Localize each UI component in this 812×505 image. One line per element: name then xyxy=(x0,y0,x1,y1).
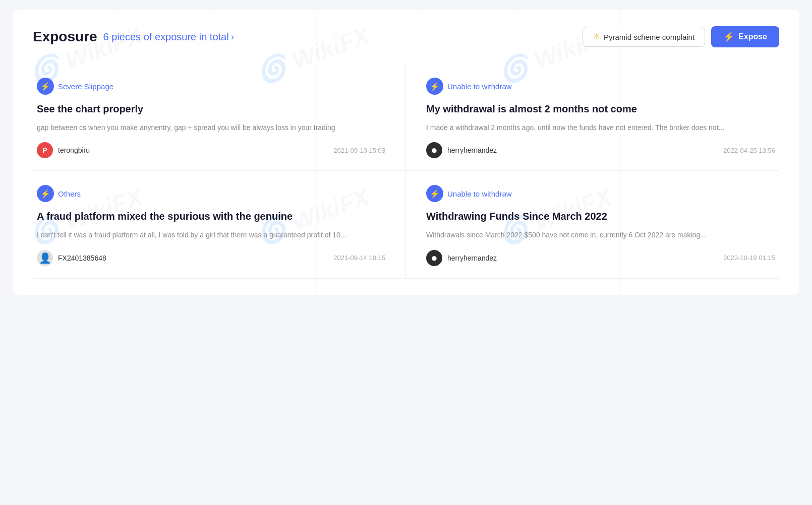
card-date-2: 2022-04-25 13:56 xyxy=(723,147,775,154)
tag-icon-4: ⚡ xyxy=(426,185,443,202)
card-tag-3: ⚡ Others xyxy=(37,185,81,202)
card-author-4: ● herryhernandez xyxy=(426,250,497,266)
card-excerpt-1: gap between cs when you make anynentry, … xyxy=(37,122,385,133)
card-excerpt-4: Withdrawals since March 2022 $500 have n… xyxy=(426,229,775,240)
tag-label-4: Unable to withdraw xyxy=(447,190,512,198)
author-name-2: herryhernandez xyxy=(447,146,497,154)
tag-icon-2: ⚡ xyxy=(426,78,443,95)
expose-icon: ⚡ xyxy=(723,31,734,42)
card-title-4: Withdrawing Funds Since March 2022 xyxy=(426,209,775,223)
card-author-3: 👤 FX2401385648 xyxy=(37,250,106,266)
card-footer-2: ● herryhernandez 2022-04-25 13:56 xyxy=(426,142,775,158)
card-footer-3: 👤 FX2401385648 2021-09-14 18:15 xyxy=(37,250,385,266)
card-footer-1: P terongbiru 2021-09-10 15:03 xyxy=(37,142,385,158)
avatar-3: 👤 xyxy=(37,250,53,266)
header-right: ⚠ Pyramid scheme complaint ⚡ Expose xyxy=(583,26,779,47)
card-title-2: My withdrawal is almost 2 months not com… xyxy=(426,102,775,116)
section-header: Exposure 6 pieces of exposure in total ›… xyxy=(33,26,779,47)
card-tag-4: ⚡ Unable to withdraw xyxy=(426,185,512,202)
card-excerpt-2: I made a withdrawal 2 months ago, until … xyxy=(426,122,775,133)
card-title-3: A fraud platform mixed the spurious with… xyxy=(37,209,385,223)
card-excerpt-3: I can't tell it was a fraud platform at … xyxy=(37,229,385,240)
section-title: Exposure xyxy=(33,29,97,45)
exposure-card-4: ⚡ Unable to withdraw Withdrawing Funds S… xyxy=(406,171,779,278)
card-tag-1: ⚡ Severe Slippage xyxy=(37,78,113,95)
card-tag-2: ⚡ Unable to withdraw xyxy=(426,78,512,95)
avatar-1: P xyxy=(37,142,53,158)
card-date-3: 2021-09-14 18:15 xyxy=(333,254,385,262)
exposure-card-2: ⚡ Unable to withdraw My withdrawal is al… xyxy=(406,64,779,171)
author-name-1: terongbiru xyxy=(58,146,90,154)
card-title-1: See the chart properly xyxy=(37,102,385,116)
tag-label-3: Others xyxy=(58,190,81,198)
exposure-count-link[interactable]: 6 pieces of exposure in total › xyxy=(103,31,234,43)
tag-label-1: Severe Slippage xyxy=(58,82,113,91)
pyramid-complaint-button[interactable]: ⚠ Pyramid scheme complaint xyxy=(583,27,705,47)
exposure-card-3: ⚡ Others A fraud platform mixed the spur… xyxy=(33,171,406,278)
header-left: Exposure 6 pieces of exposure in total › xyxy=(33,29,234,45)
tag-label-2: Unable to withdraw xyxy=(447,82,512,91)
chevron-right-icon: › xyxy=(231,32,234,42)
card-author-1: P terongbiru xyxy=(37,142,90,158)
card-footer-4: ● herryhernandez 2022-10-19 01:15 xyxy=(426,250,775,266)
exposure-container: 🌀 WikiFX 🌀 WikiFX 🌀 WikiFX 🌀 WikiFX 🌀 Wi… xyxy=(13,10,799,295)
tag-icon-1: ⚡ xyxy=(37,78,54,95)
cards-grid: ⚡ Severe Slippage See the chart properly… xyxy=(33,64,779,279)
card-date-4: 2022-10-19 01:15 xyxy=(723,254,775,262)
tag-icon-3: ⚡ xyxy=(37,185,54,202)
expose-button[interactable]: ⚡ Expose xyxy=(711,26,779,47)
author-name-3: FX2401385648 xyxy=(58,254,106,262)
exposure-card-1: ⚡ Severe Slippage See the chart properly… xyxy=(33,64,406,171)
author-name-4: herryhernandez xyxy=(447,254,497,262)
warning-icon: ⚠ xyxy=(593,32,600,41)
avatar-2: ● xyxy=(426,142,442,158)
avatar-4: ● xyxy=(426,250,442,266)
card-date-1: 2021-09-10 15:03 xyxy=(333,147,385,154)
card-author-2: ● herryhernandez xyxy=(426,142,497,158)
